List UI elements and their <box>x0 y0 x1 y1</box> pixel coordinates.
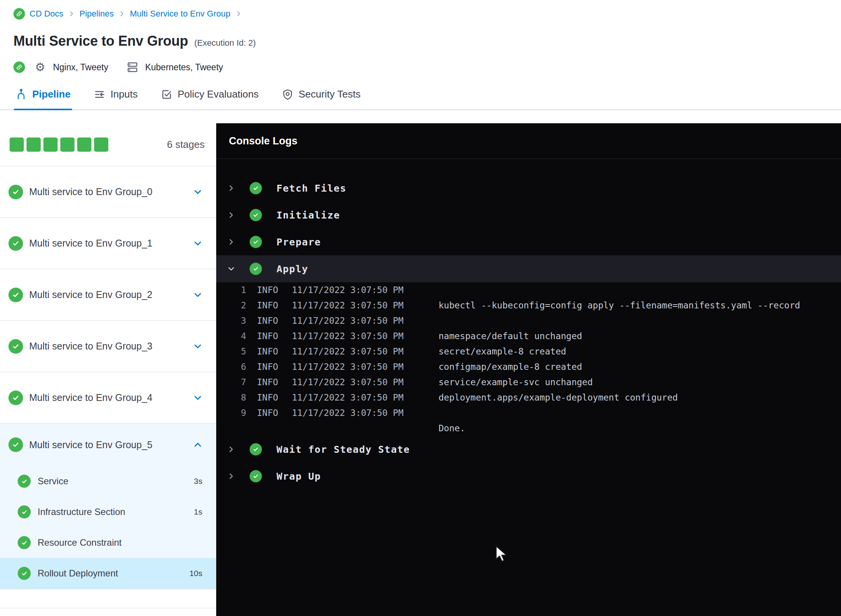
log-line: 7 INFO 11/17/2022 3:07:50 PM service/exa… <box>216 374 841 390</box>
log-line-number: 6 <box>240 362 246 372</box>
environments-label: Kubernetes, Tweety <box>145 62 223 73</box>
breadcrumb: CD Docs Pipelines Multi Service to Env G… <box>13 8 841 20</box>
title-row: Multi Service to Env Group (Execution Id… <box>13 33 841 49</box>
step-row-rollout-deployment[interactable]: Rollout Deployment 10s <box>0 558 216 589</box>
console-section-label: Prepare <box>276 237 321 248</box>
console-section-prepare[interactable]: Prepare <box>216 229 841 255</box>
chevron-right-icon[interactable] <box>227 445 236 454</box>
tab-inputs[interactable]: Inputs <box>94 79 138 109</box>
step-row-infrastructure-section[interactable]: Infrastructure Section 1s <box>0 497 216 527</box>
log-level: INFO <box>257 300 279 310</box>
environments-icon <box>127 61 138 73</box>
console-section-label: Wrap Up <box>276 471 321 482</box>
log-level: INFO <box>257 346 279 356</box>
success-check-icon <box>250 443 262 455</box>
stage-row-0[interactable]: Multi service to Env Group_0 <box>0 166 216 218</box>
step-row-service[interactable]: Service 3s <box>0 466 216 497</box>
chevron-down-icon[interactable] <box>192 290 203 300</box>
console-section-wrap-up[interactable]: Wrap Up <box>216 463 841 490</box>
step-duration: 3s <box>194 477 202 486</box>
log-message: namespace/default unchanged <box>439 331 582 341</box>
log-message: secret/example-8 created <box>439 346 566 356</box>
breadcrumb-link-pipelines[interactable]: Pipelines <box>79 9 114 19</box>
log-message: service/example-svc unchanged <box>439 377 593 387</box>
stage-row-5[interactable]: Multi service to Env Group_5 <box>0 424 216 466</box>
log-timestamp: 11/17/2022 3:07:50 PM <box>292 346 411 356</box>
tab-policy-evaluations[interactable]: Policy Evaluations <box>161 79 259 109</box>
console-section-initialize[interactable]: Initialize <box>216 202 841 229</box>
chevron-right-icon[interactable] <box>227 237 236 247</box>
stage-square[interactable] <box>10 137 24 152</box>
log-line-number: 2 <box>240 300 246 310</box>
stage-label: Multi service to Env Group_0 <box>29 186 186 197</box>
stages-count-label: 6 stages <box>167 139 205 151</box>
log-line: 4 INFO 11/17/2022 3:07:50 PM namespace/d… <box>216 328 841 344</box>
stage-label: Multi service to Env Group_4 <box>29 392 186 403</box>
step-label: Rollout Deployment <box>38 568 182 579</box>
success-check-icon <box>250 182 262 194</box>
tab-pipeline[interactable]: Pipeline <box>15 79 71 109</box>
checkbox-check-icon <box>161 89 172 100</box>
stage-square[interactable] <box>77 137 91 152</box>
apply-log-block: 1 INFO 11/17/2022 3:07:50 PM 2 INFO 11/1… <box>216 282 841 436</box>
log-message: kubectl --kubeconfig=config apply --file… <box>439 300 800 310</box>
tab-security-tests[interactable]: Security Tests <box>282 79 361 109</box>
chevron-right-icon[interactable] <box>227 472 236 481</box>
log-message: deployment.apps/example-deployment confi… <box>439 392 678 402</box>
log-line: Done. <box>216 421 841 436</box>
console-section-wait-for-steady-state[interactable]: Wait for Steady State <box>216 436 841 463</box>
log-level: INFO <box>257 285 279 295</box>
success-check-icon <box>8 236 23 251</box>
console-section-label: Apply <box>276 263 308 275</box>
chevron-down-icon[interactable] <box>192 187 203 197</box>
log-timestamp: 11/17/2022 3:07:50 PM <box>292 362 411 372</box>
success-check-icon <box>8 391 23 405</box>
stage-square[interactable] <box>94 137 108 152</box>
stage-square[interactable] <box>43 137 58 152</box>
console-section-apply[interactable]: Apply <box>216 255 841 282</box>
success-check-icon <box>250 470 262 482</box>
tab-bar: Pipeline Inputs Policy Evaluations Secur… <box>0 79 841 110</box>
log-timestamp: 11/17/2022 3:07:50 PM <box>292 285 411 295</box>
console-section-fetch-files[interactable]: Fetch Files <box>216 175 841 202</box>
stage-sidebar: 6 stages Multi service to Env Group_0 Mu… <box>0 123 216 616</box>
log-line-number: 3 <box>240 316 246 326</box>
success-check-icon <box>8 437 23 452</box>
success-check-icon <box>250 209 262 221</box>
breadcrumb-link-cd-docs[interactable]: CD Docs <box>30 9 63 19</box>
chevron-down-icon[interactable] <box>192 238 203 249</box>
success-check-icon <box>250 263 262 275</box>
chevron-right-icon <box>235 10 242 17</box>
app: CD Docs Pipelines Multi Service to Env G… <box>0 0 841 616</box>
chevron-down-icon[interactable] <box>192 392 203 403</box>
log-line: 5 INFO 11/17/2022 3:07:50 PM secret/exam… <box>216 344 841 359</box>
console-header: Console Logs <box>216 123 841 159</box>
stage-row-1[interactable]: Multi service to Env Group_1 <box>0 218 216 269</box>
breadcrumb-link-pipeline-name[interactable]: Multi Service to Env Group <box>130 9 230 19</box>
stage-square[interactable] <box>26 137 41 152</box>
step-row-resource-constraint[interactable]: Resource Constraint <box>0 527 216 558</box>
chevron-up-icon[interactable] <box>192 439 203 450</box>
services-gear-icon: ⚙ <box>35 61 45 73</box>
inputs-icon <box>94 89 105 100</box>
log-timestamp: 11/17/2022 3:07:50 PM <box>292 377 411 387</box>
stage-row-3[interactable]: Multi service to Env Group_3 <box>0 321 216 372</box>
stage-label: Multi service to Env Group_3 <box>29 341 186 352</box>
stage-row-2[interactable]: Multi service to Env Group_2 <box>0 269 216 321</box>
console-section-label: Initialize <box>276 210 340 221</box>
log-level: INFO <box>257 377 279 387</box>
tab-label: Pipeline <box>32 88 71 100</box>
step-duration: 10s <box>189 569 202 578</box>
stage-row-4[interactable]: Multi service to Env Group_4 <box>0 372 216 424</box>
log-level: INFO <box>257 316 279 326</box>
log-line-number: 8 <box>240 392 246 402</box>
log-level: INFO <box>257 331 279 341</box>
log-line: 8 INFO 11/17/2022 3:07:50 PM deployment.… <box>216 390 841 405</box>
log-line-number: 4 <box>240 331 246 341</box>
chevron-down-icon[interactable] <box>192 341 203 352</box>
success-check-icon <box>18 536 31 549</box>
chevron-down-icon[interactable] <box>227 264 236 273</box>
chevron-right-icon[interactable] <box>227 210 236 220</box>
stage-square[interactable] <box>60 137 74 152</box>
chevron-right-icon[interactable] <box>227 184 236 193</box>
